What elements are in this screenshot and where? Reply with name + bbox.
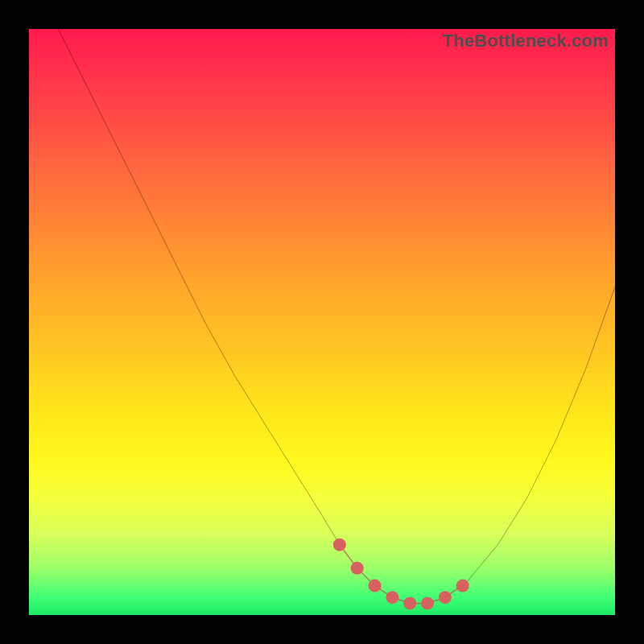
gradient-plot-area: TheBottleneck.com <box>29 29 615 615</box>
marker-dot <box>386 591 398 604</box>
marker-dot <box>333 539 346 551</box>
marker-dot <box>456 580 469 592</box>
marker-dot <box>403 597 416 609</box>
curve-layer <box>29 29 615 615</box>
marker-dot <box>421 597 434 609</box>
marker-dot <box>351 562 364 575</box>
highlighted-segment <box>333 539 469 610</box>
marker-dot <box>369 580 382 592</box>
marker-dot <box>439 591 452 604</box>
chart-frame: TheBottleneck.com <box>0 0 644 644</box>
bottleneck-curve <box>58 29 615 603</box>
